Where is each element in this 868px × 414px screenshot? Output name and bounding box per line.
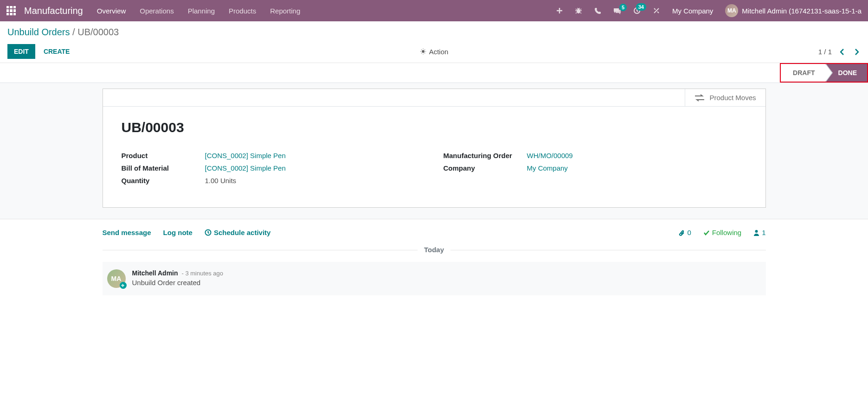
control-panel: Unbuild Orders / UB/00003 EDIT CREATE Ac… bbox=[0, 21, 868, 61]
pager-prev[interactable] bbox=[838, 47, 846, 57]
edit-button[interactable]: EDIT bbox=[7, 44, 35, 59]
field-mo[interactable]: WH/MO/00009 bbox=[527, 152, 573, 159]
message-time: - 3 minutes ago bbox=[181, 270, 223, 277]
followers-button[interactable]: 1 bbox=[753, 229, 765, 236]
form-area: Product Moves UB/00003 Product [CONS_000… bbox=[0, 83, 868, 219]
chatter: Send message Log note Schedule activity … bbox=[103, 219, 766, 305]
phone-icon[interactable] bbox=[594, 7, 601, 14]
action-label: Action bbox=[429, 48, 449, 56]
user-avatar: MA bbox=[725, 4, 738, 17]
user-name: Mitchell Admin (16742131-saas-15-1-a bbox=[742, 7, 862, 15]
schedule-activity-label: Schedule activity bbox=[214, 229, 271, 236]
label-quantity: Quantity bbox=[122, 177, 205, 185]
product-moves-button[interactable]: Product Moves bbox=[685, 89, 765, 106]
svg-point-4 bbox=[755, 230, 758, 233]
action-dropdown[interactable]: Action bbox=[420, 48, 449, 56]
messages-badge: 5 bbox=[619, 4, 627, 11]
product-moves-label: Product Moves bbox=[709, 94, 756, 102]
plus-icon[interactable] bbox=[556, 7, 563, 14]
label-bom: Bill of Material bbox=[122, 164, 205, 172]
statusbar: DRAFT DONE bbox=[780, 63, 868, 83]
main-navbar: Manufacturing Overview Operations Planni… bbox=[0, 0, 868, 21]
bug-icon[interactable] bbox=[575, 7, 582, 14]
nav-overview[interactable]: Overview bbox=[97, 7, 126, 15]
date-separator: Today bbox=[103, 246, 766, 254]
field-quantity: 1.00 Units bbox=[205, 177, 237, 185]
sheet-header: Product Moves bbox=[103, 89, 765, 107]
attachments-count: 0 bbox=[687, 229, 691, 236]
breadcrumb-current: UB/00003 bbox=[77, 27, 119, 37]
schedule-activity-button[interactable]: Schedule activity bbox=[205, 229, 271, 236]
tools-icon[interactable] bbox=[653, 7, 660, 14]
company-selector[interactable]: My Company bbox=[672, 7, 713, 15]
nav-reporting[interactable]: Reporting bbox=[270, 7, 300, 15]
attachments-button[interactable]: 0 bbox=[678, 229, 691, 236]
pager-value[interactable]: 1 / 1 bbox=[818, 48, 832, 56]
messages-icon[interactable]: 5 bbox=[613, 7, 621, 14]
followers-count: 1 bbox=[762, 229, 765, 236]
nav-planning[interactable]: Planning bbox=[188, 7, 215, 15]
breadcrumb: Unbuild Orders / UB/00003 bbox=[7, 27, 861, 38]
svg-point-2 bbox=[422, 50, 424, 53]
label-company: Company bbox=[444, 164, 527, 172]
breadcrumb-root[interactable]: Unbuild Orders bbox=[7, 27, 70, 37]
field-company[interactable]: My Company bbox=[527, 164, 568, 172]
nav-menu: Overview Operations Planning Products Re… bbox=[97, 7, 301, 15]
apps-icon[interactable] bbox=[6, 6, 16, 15]
pager-next[interactable] bbox=[853, 47, 861, 57]
activities-icon[interactable]: 34 bbox=[633, 7, 641, 14]
svg-point-0 bbox=[577, 9, 580, 13]
user-menu[interactable]: MA Mitchell Admin (16742131-saas-15-1-a bbox=[725, 4, 862, 17]
record-title: UB/00003 bbox=[122, 120, 747, 135]
field-product[interactable]: [CONS_0002] Simple Pen bbox=[205, 152, 286, 159]
nav-products[interactable]: Products bbox=[229, 7, 256, 15]
label-mo: Manufacturing Order bbox=[444, 152, 527, 159]
label-product: Product bbox=[122, 152, 205, 159]
systray: 5 34 bbox=[556, 7, 660, 14]
chatter-toolbar: Send message Log note Schedule activity … bbox=[103, 229, 766, 246]
following-label: Following bbox=[712, 229, 741, 236]
message-item: MA Mitchell Admin - 3 minutes ago Unbuil… bbox=[103, 262, 766, 295]
message-text: Unbuild Order created bbox=[132, 279, 224, 287]
statusbar-container: DRAFT DONE bbox=[0, 63, 868, 83]
date-separator-label: Today bbox=[418, 246, 450, 254]
nav-operations[interactable]: Operations bbox=[140, 7, 174, 15]
form-sheet: Product Moves UB/00003 Product [CONS_000… bbox=[103, 89, 766, 208]
field-bom[interactable]: [CONS_0002] Simple Pen bbox=[205, 164, 286, 172]
log-note-button[interactable]: Log note bbox=[163, 229, 193, 236]
pager: 1 / 1 bbox=[818, 47, 861, 57]
status-draft[interactable]: DRAFT bbox=[781, 64, 825, 82]
following-button[interactable]: Following bbox=[703, 229, 741, 236]
activities-badge: 34 bbox=[636, 3, 646, 11]
app-brand[interactable]: Manufacturing bbox=[24, 6, 83, 16]
message-avatar: MA bbox=[107, 269, 126, 288]
send-message-button[interactable]: Send message bbox=[103, 229, 151, 236]
message-author[interactable]: Mitchell Admin bbox=[132, 269, 178, 277]
toolbar: EDIT CREATE Action 1 / 1 bbox=[7, 42, 861, 61]
create-button[interactable]: CREATE bbox=[37, 44, 77, 59]
